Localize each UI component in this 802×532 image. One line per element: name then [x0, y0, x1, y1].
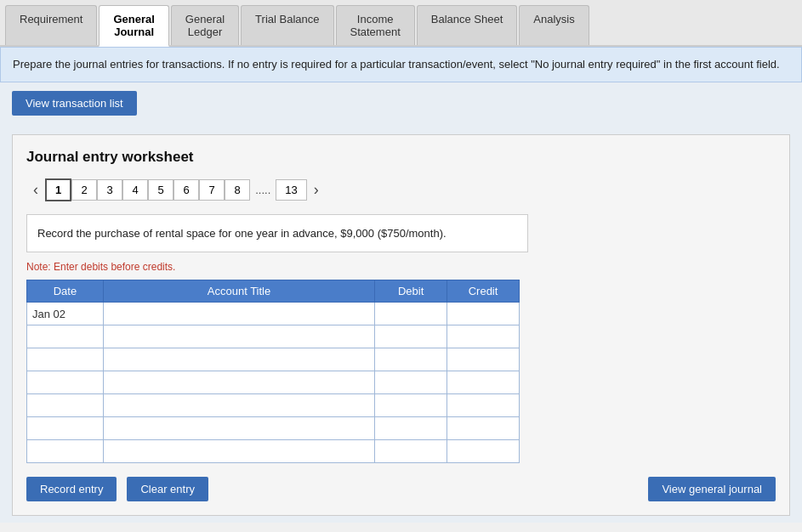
date-cell-5	[27, 394, 104, 417]
table-row: Jan 02	[27, 303, 520, 325]
main-content: Prepare the journal entries for transact…	[0, 47, 802, 523]
debit-input-7[interactable]	[378, 442, 443, 461]
debit-cell-1[interactable]	[375, 303, 447, 325]
debit-cell-2[interactable]	[375, 325, 447, 348]
account-input-1[interactable]	[107, 304, 371, 323]
account-input-3[interactable]	[107, 350, 371, 369]
info-banner: Prepare the journal entries for transact…	[0, 47, 802, 82]
journal-entry-worksheet: Journal entry worksheet ‹ 1 2 3 4 5 6 7 …	[12, 134, 790, 517]
account-input-6[interactable]	[107, 419, 371, 438]
credit-input-5[interactable]	[451, 396, 515, 415]
table-row	[27, 394, 520, 417]
credit-cell-1[interactable]	[447, 303, 520, 325]
view-transaction-button[interactable]: View transaction list	[12, 91, 137, 116]
credit-cell-6[interactable]	[447, 417, 520, 440]
view-general-journal-button[interactable]: View general journal	[648, 477, 776, 501]
page-5[interactable]: 5	[148, 179, 173, 201]
credit-input-7[interactable]	[451, 442, 515, 461]
tab-trial-balance[interactable]: Trial Balance	[241, 5, 333, 45]
page-13[interactable]: 13	[276, 179, 306, 201]
debit-credit-note: Note: Enter debits before credits.	[26, 261, 776, 273]
date-cell-2	[27, 325, 104, 348]
tab-general-ledger[interactable]: GeneralLedger	[171, 5, 239, 45]
debit-cell-6[interactable]	[375, 417, 447, 440]
credit-input-3[interactable]	[451, 350, 515, 369]
tabs-bar: Requirement GeneralJournal GeneralLedger…	[0, 0, 802, 47]
debit-input-2[interactable]	[378, 327, 443, 346]
debit-input-6[interactable]	[378, 419, 443, 438]
account-input-7[interactable]	[107, 442, 371, 461]
account-input-5[interactable]	[107, 396, 371, 415]
account-input-4[interactable]	[107, 373, 371, 392]
tab-requirement[interactable]: Requirement	[5, 5, 97, 45]
action-buttons: Record entry Clear entry View general jo…	[26, 477, 776, 501]
account-input-2[interactable]	[107, 327, 371, 346]
table-row	[27, 440, 520, 463]
date-cell-7	[27, 440, 104, 463]
prev-page-button[interactable]: ‹	[26, 178, 45, 202]
credit-cell-5[interactable]	[447, 394, 520, 417]
table-row	[27, 325, 520, 348]
tab-general-journal[interactable]: GeneralJournal	[99, 5, 168, 47]
page-8[interactable]: 8	[225, 179, 250, 201]
tab-analysis[interactable]: Analysis	[519, 5, 589, 45]
tab-income-statement[interactable]: IncomeStatement	[336, 5, 415, 45]
account-cell-2[interactable]	[103, 325, 374, 348]
page-7[interactable]: 7	[199, 179, 225, 201]
info-text: Prepare the journal entries for transact…	[13, 58, 780, 71]
debit-input-3[interactable]	[378, 350, 443, 369]
debit-cell-5[interactable]	[375, 394, 447, 417]
transaction-text: Record the purchase of rental space for …	[37, 227, 447, 240]
credit-input-4[interactable]	[451, 373, 515, 392]
account-cell-6[interactable]	[103, 417, 374, 440]
page-navigation: ‹ 1 2 3 4 5 6 7 8 ..... 13 ›	[26, 178, 776, 202]
credit-input-2[interactable]	[451, 327, 515, 346]
page-2[interactable]: 2	[71, 179, 97, 201]
clear-entry-button[interactable]: Clear entry	[127, 477, 208, 501]
col-header-date: Date	[27, 280, 104, 303]
account-cell-7[interactable]	[103, 440, 374, 463]
debit-input-1[interactable]	[378, 304, 443, 323]
transaction-description: Record the purchase of rental space for …	[26, 214, 528, 253]
credit-input-1[interactable]	[451, 304, 515, 323]
view-transaction-bar: View transaction list	[0, 82, 802, 124]
page-1[interactable]: 1	[45, 178, 71, 201]
account-cell-5[interactable]	[103, 394, 374, 417]
page-dots: .....	[250, 180, 276, 200]
worksheet-title: Journal entry worksheet	[26, 149, 776, 166]
col-header-debit: Debit	[375, 280, 447, 303]
credit-cell-2[interactable]	[447, 325, 520, 348]
account-cell-1[interactable]	[103, 303, 374, 325]
credit-input-6[interactable]	[451, 419, 515, 438]
account-cell-3[interactable]	[103, 348, 374, 371]
col-header-credit: Credit	[447, 280, 520, 303]
table-row	[27, 371, 520, 394]
page-3[interactable]: 3	[97, 179, 122, 201]
debit-input-5[interactable]	[378, 396, 443, 415]
account-cell-4[interactable]	[103, 371, 374, 394]
page-4[interactable]: 4	[122, 179, 148, 201]
journal-table: Date Account Title Debit Credit Jan 02	[26, 280, 520, 463]
date-cell-4	[27, 371, 104, 394]
tab-balance-sheet[interactable]: Balance Sheet	[417, 5, 518, 45]
record-entry-button[interactable]: Record entry	[26, 477, 117, 501]
debit-cell-7[interactable]	[375, 440, 447, 463]
col-header-account: Account Title	[103, 280, 374, 303]
next-page-button[interactable]: ›	[307, 178, 326, 202]
credit-cell-7[interactable]	[447, 440, 520, 463]
page-6[interactable]: 6	[173, 179, 199, 201]
date-cell-1: Jan 02	[27, 303, 104, 325]
table-row	[27, 417, 520, 440]
credit-cell-3[interactable]	[447, 348, 520, 371]
table-row	[27, 348, 520, 371]
debit-cell-4[interactable]	[375, 371, 447, 394]
date-cell-3	[27, 348, 104, 371]
date-cell-6	[27, 417, 104, 440]
credit-cell-4[interactable]	[447, 371, 520, 394]
debit-input-4[interactable]	[378, 373, 443, 392]
debit-cell-3[interactable]	[375, 348, 447, 371]
